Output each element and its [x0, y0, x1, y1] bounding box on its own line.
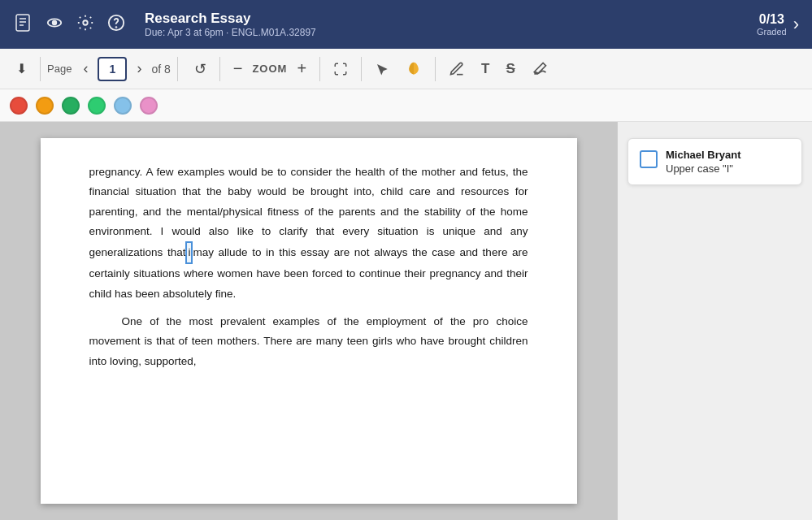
toolbar-divider-3 [219, 57, 220, 81]
color-bright-green[interactable] [88, 97, 106, 115]
annotation-author: Michael Bryant [666, 149, 740, 161]
color-pink[interactable] [140, 97, 158, 115]
download-button[interactable]: ⬇ [10, 56, 33, 81]
paragraph-2: One of the most prevalent examples of th… [89, 312, 528, 371]
annotation-icon [640, 150, 658, 168]
score-value: 0/13 [757, 12, 787, 27]
toolbar-divider-1 [40, 57, 41, 81]
svg-point-5 [53, 20, 57, 24]
zoom-out-button[interactable]: − [227, 54, 250, 83]
page-navigation: ‹ 1 › [76, 55, 148, 82]
header-title-block: Research Essay Due: Apr 3 at 6pm · ENGL.… [145, 11, 316, 38]
zoom-controls: ↺ − ZOOM + [188, 54, 313, 83]
highlight-tool-button[interactable] [399, 56, 428, 82]
page-number-input[interactable]: 1 [98, 57, 127, 81]
zoom-label: ZOOM [252, 63, 287, 75]
document-toolbar: ⬇ Page ‹ 1 › of 8 ↺ − ZOOM + T S [0, 49, 812, 89]
annotation-card: Michael Bryant Upper case "I" [627, 138, 802, 185]
color-palette [0, 89, 812, 122]
annotation-panel: Michael Bryant Upper case "I" [617, 122, 812, 520]
toolbar-divider-4 [319, 57, 320, 81]
svg-point-6 [83, 20, 88, 25]
page-label: Page [47, 63, 72, 75]
pen-tool-button[interactable] [442, 56, 471, 82]
annotation-text: Upper case "I" [666, 162, 740, 175]
zoom-reset-button[interactable]: ↺ [188, 55, 213, 83]
color-light-blue[interactable] [114, 97, 132, 115]
header-subtitle: Due: Apr 3 at 6pm · ENGL.M01A.32897 [145, 27, 316, 38]
header-title: Research Essay [145, 11, 316, 27]
main-content: pregnancy. A few examples would be to co… [0, 122, 812, 520]
svg-rect-0 [16, 15, 29, 31]
next-page-button[interactable]: › [130, 55, 148, 82]
color-orange[interactable] [36, 97, 54, 115]
paragraph-1: pregnancy. A few examples would be to co… [89, 162, 528, 304]
settings-icon[interactable] [76, 14, 94, 36]
help-icon[interactable] [107, 14, 125, 36]
annotation-content: Michael Bryant Upper case "I" [666, 149, 740, 175]
fullscreen-button[interactable] [327, 57, 354, 81]
header-right: 0/13 Graded › [757, 12, 799, 37]
document-page: pregnancy. A few examples would be to co… [41, 138, 577, 504]
app-header: Research Essay Due: Apr 3 at 6pm · ENGL.… [0, 0, 812, 49]
zoom-in-button[interactable]: + [290, 54, 313, 83]
cursor-tool-button[interactable] [368, 57, 396, 81]
color-dark-green[interactable] [62, 97, 80, 115]
highlighted-character: i [185, 241, 193, 264]
text-tool-button[interactable]: T [475, 56, 496, 82]
svg-point-8 [116, 27, 117, 28]
assignment-icon [13, 13, 33, 37]
eye-icon[interactable] [46, 14, 63, 36]
next-submission-button[interactable]: › [793, 14, 799, 35]
color-red[interactable] [10, 97, 28, 115]
toolbar-divider-5 [361, 57, 362, 81]
document-area[interactable]: pregnancy. A few examples would be to co… [0, 122, 617, 520]
toolbar-divider-6 [435, 57, 436, 81]
score-status: Graded [757, 27, 787, 37]
page-count: of 8 [151, 63, 170, 76]
draw-tool-button[interactable] [525, 56, 554, 82]
header-left: Research Essay Due: Apr 3 at 6pm · ENGL.… [13, 11, 316, 38]
strikethrough-tool-button[interactable]: S [500, 56, 522, 82]
score-block: 0/13 Graded [757, 12, 787, 37]
prev-page-button[interactable]: ‹ [76, 55, 94, 82]
toolbar-divider-2 [177, 57, 178, 81]
